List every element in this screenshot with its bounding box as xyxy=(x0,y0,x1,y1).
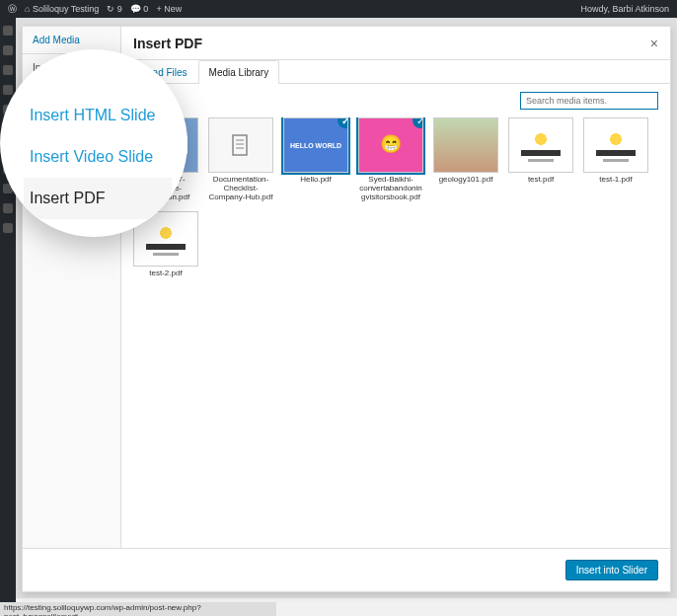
media-label: Syed-Balkhi-convertabandoningvisitorsboo… xyxy=(358,176,423,201)
media-tile[interactable]: test.pdf xyxy=(508,117,573,201)
search-input[interactable] xyxy=(520,92,658,110)
menu-pages[interactable] xyxy=(3,85,13,95)
media-thumb[interactable] xyxy=(508,117,573,173)
magnifier-item-html[interactable]: Insert HTML Slide xyxy=(24,95,172,136)
magnifier-callout: Insert HTML Slide Insert Video Slide Ins… xyxy=(0,49,188,237)
media-grid: SIGNAGECOLLECTIONCLC-2017-Signage-Collec… xyxy=(121,117,670,548)
media-tile[interactable]: Documentation-Checklist-Company-Hub.pdf xyxy=(208,117,273,201)
media-label: test-2.pdf xyxy=(133,270,198,278)
tabs: Upload Files Media Library xyxy=(121,60,670,84)
media-tile[interactable]: test-1.pdf xyxy=(583,117,648,201)
media-thumb[interactable] xyxy=(208,117,273,173)
modal-header: Insert PDF × xyxy=(121,27,670,60)
modal-footer: Insert into Slider xyxy=(23,548,670,591)
menu-media[interactable] xyxy=(3,65,13,75)
media-label: Hello.pdf xyxy=(283,176,348,185)
tab-media-library[interactable]: Media Library xyxy=(198,60,280,84)
media-tile[interactable]: HELLO WORLD✓Hello.pdf xyxy=(283,117,348,201)
media-label: geology101.pdf xyxy=(433,176,498,185)
media-label: Documentation-Checklist-Company-Hub.pdf xyxy=(208,176,273,201)
close-icon[interactable]: × xyxy=(650,36,658,51)
modal-main: Insert PDF × Upload Files Media Library … xyxy=(121,27,670,548)
comments-icon[interactable]: 💬 0 xyxy=(130,4,149,14)
howdy[interactable]: Howdy, Barbi Atkinson xyxy=(581,4,669,14)
media-label: test-1.pdf xyxy=(583,176,648,185)
media-thumb[interactable] xyxy=(583,117,648,173)
check-icon: ✓ xyxy=(413,117,423,128)
modal-title: Insert PDF xyxy=(133,36,650,51)
wp-logo-icon[interactable]: ⓦ xyxy=(8,3,17,16)
insert-into-slider-button[interactable]: Insert into Slider xyxy=(565,560,658,580)
check-icon: ✓ xyxy=(338,117,348,128)
media-tile[interactable]: geology101.pdf xyxy=(433,117,498,201)
magnifier-item-video[interactable]: Insert Video Slide xyxy=(24,136,172,178)
menu-posts[interactable] xyxy=(3,45,13,55)
toolbar xyxy=(121,84,670,117)
new-menu[interactable]: + New xyxy=(156,4,182,14)
magnifier-item-pdf[interactable]: Insert PDF xyxy=(24,178,172,219)
admin-bar: ⓦ ⌂ Soliloquy Testing ↻ 9 💬 0 + New Howd… xyxy=(0,0,677,18)
menu-dashboard[interactable] xyxy=(3,26,13,36)
media-thumb[interactable]: ✓ xyxy=(358,117,423,173)
site-name[interactable]: ⌂ Soliloquy Testing xyxy=(25,4,99,14)
media-thumb[interactable]: HELLO WORLD✓ xyxy=(283,117,348,173)
browser-status-bar: https://testing.soliloquywp.com/wp-admin… xyxy=(0,602,276,616)
updates-icon[interactable]: ↻ 9 xyxy=(107,4,122,14)
media-tile[interactable]: ✓Syed-Balkhi-convertabandoningvisitorsbo… xyxy=(358,117,423,201)
svg-rect-0 xyxy=(233,135,247,155)
media-thumb[interactable] xyxy=(433,117,498,173)
menu-settings[interactable] xyxy=(3,223,13,233)
media-label: test.pdf xyxy=(508,176,573,185)
menu-tools[interactable] xyxy=(3,203,13,213)
